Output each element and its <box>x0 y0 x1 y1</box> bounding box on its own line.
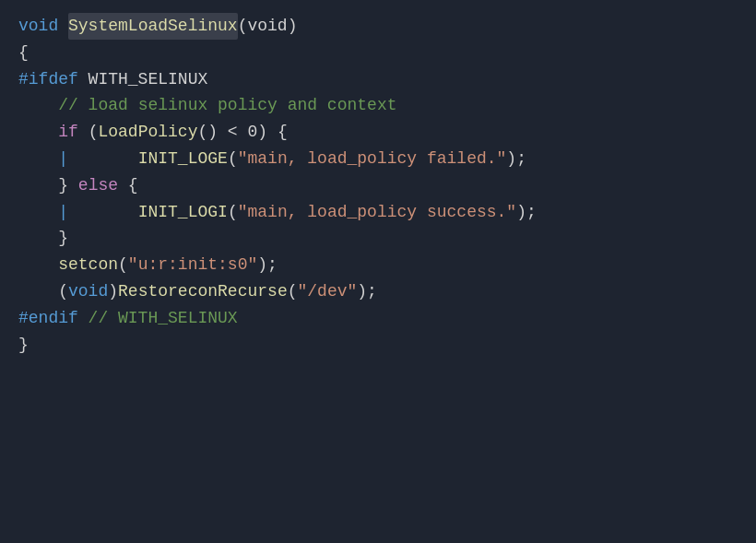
code-token: RestoreconRecurse <box>118 278 288 305</box>
code-token: { <box>18 40 29 66</box>
code-line: setcon("u:r:init:s0"); <box>18 252 738 278</box>
code-line: (void)RestoreconRecurse("/dev"); <box>18 278 738 305</box>
line-bar: | <box>58 199 98 226</box>
code-token: ( <box>288 278 298 305</box>
code-token <box>18 119 58 146</box>
code-token: INIT_LOGI <box>138 199 228 226</box>
code-token: "u:r:init:s0" <box>128 252 257 278</box>
code-token <box>18 172 58 199</box>
code-token <box>98 199 137 226</box>
code-token <box>18 146 58 172</box>
code-token: // load selinux policy and context <box>58 92 396 119</box>
code-token: ( <box>18 278 68 305</box>
code-token: } <box>58 172 78 199</box>
code-token: ); <box>506 146 526 172</box>
code-line: | INIT_LOGE("main, load_policy failed.")… <box>18 146 738 172</box>
code-token: LoadPolicy <box>98 119 197 146</box>
code-token: "main, load_policy success." <box>238 199 516 226</box>
code-token: ); <box>357 278 377 305</box>
code-line: if (LoadPolicy() < 0) { <box>18 119 738 146</box>
code-token: if <box>58 119 78 146</box>
code-token: setcon <box>58 252 118 278</box>
line-bar: | <box>58 146 98 172</box>
code-editor: void SystemLoadSelinux(void){#ifdef WITH… <box>0 0 756 543</box>
code-token: ( <box>228 199 238 226</box>
code-token <box>18 199 58 226</box>
code-token: ( <box>78 119 99 146</box>
code-line: } <box>18 225 738 252</box>
code-token: INIT_LOGE <box>138 146 228 172</box>
code-token: { <box>118 172 138 199</box>
code-token: void <box>18 13 68 40</box>
code-token <box>98 146 137 172</box>
code-token: } <box>18 332 29 359</box>
code-token: #ifdef <box>18 66 78 93</box>
code-token: else <box>78 172 118 199</box>
code-line: } <box>18 332 738 359</box>
code-line: } else { <box>18 172 738 199</box>
code-token: "/dev" <box>298 278 358 305</box>
code-token: ( <box>118 252 128 278</box>
code-token: ( <box>228 146 238 172</box>
code-token <box>18 92 58 119</box>
code-token: SystemLoadSelinux <box>68 13 238 40</box>
code-line: #endif // WITH_SELINUX <box>18 305 738 332</box>
code-line: { <box>18 40 738 66</box>
code-line: void SystemLoadSelinux(void) <box>18 13 738 40</box>
code-line: | INIT_LOGI("main, load_policy success."… <box>18 199 738 226</box>
code-token: void <box>68 278 108 305</box>
code-token <box>18 225 58 252</box>
code-token: ); <box>516 199 537 226</box>
code-token: // WITH_SELINUX <box>78 305 238 332</box>
code-token: (void) <box>238 13 298 40</box>
code-token <box>18 252 58 278</box>
code-token: ); <box>257 252 278 278</box>
code-token: WITH_SELINUX <box>78 66 207 93</box>
code-token: #endif <box>18 305 78 332</box>
code-line: // load selinux policy and context <box>18 92 738 119</box>
code-token: } <box>58 225 68 252</box>
code-line: #ifdef WITH_SELINUX <box>18 66 738 93</box>
code-token: ) <box>108 278 118 305</box>
code-token: () < 0) { <box>197 119 287 146</box>
code-token: "main, load_policy failed." <box>238 146 507 172</box>
